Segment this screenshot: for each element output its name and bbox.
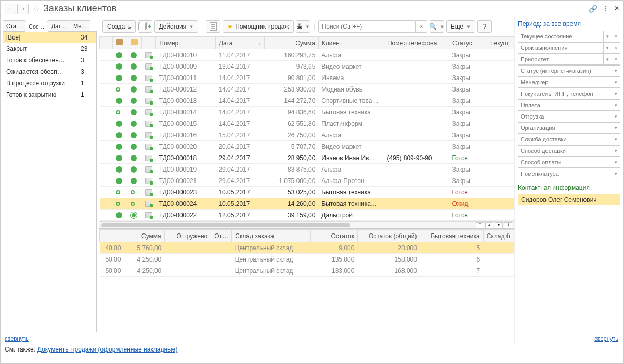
- column-header[interactable]: Сумма: [264, 37, 318, 49]
- status-row[interactable]: Закрыт23: [3, 43, 96, 55]
- contact-person[interactable]: Сидоров Олег Семенович: [518, 194, 620, 205]
- filter-input[interactable]: [518, 54, 604, 65]
- sales-documents-link[interactable]: Документы продажи (оформленные накладные…: [37, 346, 178, 353]
- scroll-up-button[interactable]: ▲: [485, 222, 493, 228]
- filter-dropdown-button[interactable]: ▾: [612, 65, 620, 76]
- table-row[interactable]: ТД00-00002410.05.201714 260,00Бытовая те…: [100, 198, 514, 210]
- filter-input[interactable]: [518, 42, 604, 54]
- filter-input[interactable]: [518, 76, 612, 88]
- filter-input[interactable]: [518, 145, 612, 157]
- column-header[interactable]: Склад б: [483, 230, 514, 242]
- table-row[interactable]: ТД00-00001514.04.201762 551,80Пластинфор…: [100, 118, 514, 129]
- column-header[interactable]: Статус: [449, 37, 487, 49]
- scroll-top-button[interactable]: ⤒: [476, 222, 484, 228]
- left-tab[interactable]: Сос…: [25, 21, 48, 32]
- collapse-left-link[interactable]: свернуть: [3, 332, 97, 345]
- table-row[interactable]: ТД00-00001615.04.201726 750,00АльфаЗакры: [100, 129, 514, 141]
- table-row[interactable]: ТД00-00002020.04.20175 707,70Видео марке…: [100, 141, 514, 152]
- left-tab[interactable]: Ста…: [3, 20, 25, 31]
- period-link[interactable]: Период: за все время: [518, 20, 620, 28]
- column-header[interactable]: Сумма: [124, 230, 164, 242]
- search-clear-button[interactable]: ×: [416, 20, 427, 33]
- filter-dropdown-button[interactable]: ▾: [612, 168, 620, 179]
- column-header[interactable]: Остаток (общий): [357, 230, 420, 242]
- left-tab[interactable]: Дат…: [48, 20, 70, 31]
- table-row[interactable]: 40,005 760,00Центральный склад9,00028,00…: [100, 242, 514, 254]
- filter-dropdown-button[interactable]: ▾: [612, 76, 620, 88]
- filter-dropdown-button[interactable]: ▾: [604, 54, 612, 65]
- filter-dropdown-button[interactable]: ▾: [612, 111, 620, 122]
- table-row[interactable]: ТД00-00001929.04.201783 875,00АльфаЗакры: [100, 164, 514, 175]
- column-header[interactable]: Бытовая техника: [420, 230, 483, 242]
- filter-input[interactable]: [518, 31, 604, 42]
- column-header[interactable]: [127, 37, 142, 49]
- filter-dropdown-button[interactable]: ▾: [612, 99, 620, 111]
- column-header[interactable]: Остаток: [311, 230, 358, 242]
- filter-input[interactable]: [518, 122, 612, 134]
- table-row[interactable]: 50,004 250,00Центральный склад135,000158…: [100, 254, 514, 265]
- search-input[interactable]: [318, 20, 416, 33]
- filter-dropdown-button[interactable]: ▾: [612, 88, 620, 99]
- table-row[interactable]: ТД00-00001829.04.201728 950,00Иванов Ива…: [100, 152, 514, 164]
- left-tab[interactable]: Ме…: [70, 20, 90, 31]
- filter-clear-button[interactable]: ×: [612, 42, 620, 54]
- status-row[interactable]: Готов к закрытию1: [3, 89, 96, 100]
- filter-dropdown-button[interactable]: ▾: [604, 42, 612, 54]
- filter-input[interactable]: [518, 65, 612, 76]
- column-header[interactable]: [113, 37, 127, 49]
- table-row[interactable]: ТД00-00002310.05.201753 025,00Бытовая те…: [100, 187, 514, 198]
- collapse-right-link[interactable]: свернуть: [518, 332, 620, 345]
- scroll-down-button[interactable]: ▼: [495, 222, 503, 228]
- close-icon[interactable]: ✕: [614, 5, 619, 13]
- table-row[interactable]: 50,004 250,00Центральный склад133,000168…: [100, 265, 514, 277]
- table-row[interactable]: ТД00-00002212.05.201739 159,00ДальстройГ…: [100, 210, 514, 221]
- filter-dropdown-button[interactable]: ▾: [612, 122, 620, 134]
- column-header[interactable]: Номер телефона: [384, 37, 449, 49]
- link-icon[interactable]: 🔗: [589, 5, 597, 13]
- filter-dropdown-button[interactable]: ▾: [612, 134, 620, 145]
- column-header[interactable]: [100, 230, 124, 242]
- sales-assistant-button[interactable]: ★Помощник продаж: [223, 20, 293, 33]
- scroll-bottom-button[interactable]: ⤓: [504, 222, 512, 228]
- table-row[interactable]: ТД00-00001114.04.201790 801,00ИнвемаЗакр…: [100, 72, 514, 84]
- status-row[interactable]: В процессе отгрузки1: [3, 77, 96, 89]
- status-row[interactable]: [Все]34: [3, 32, 96, 43]
- filter-input[interactable]: [518, 88, 612, 99]
- column-header[interactable]: Склад заказа: [232, 230, 311, 242]
- table-row[interactable]: ТД00-00002129.04.20171 075 000,00Альфа-П…: [100, 175, 514, 187]
- print-button[interactable]: 🖶▼: [296, 20, 310, 33]
- filter-input[interactable]: [518, 111, 612, 122]
- status-row[interactable]: Ожидается обесп…3: [3, 66, 96, 77]
- h-scrollbar[interactable]: [101, 223, 350, 227]
- copy-button[interactable]: +: [138, 20, 152, 33]
- status-row[interactable]: Готов к обеспечен…3: [3, 55, 96, 66]
- column-header[interactable]: Отгружено: [164, 230, 211, 242]
- filter-input[interactable]: [518, 168, 612, 179]
- filter-clear-button[interactable]: ×: [612, 54, 620, 65]
- filter-input[interactable]: [518, 157, 612, 168]
- filter-dropdown-button[interactable]: ▾: [612, 145, 620, 157]
- nav-back-button[interactable]: ←: [5, 4, 16, 14]
- column-header[interactable]: Дата ↓: [215, 37, 264, 49]
- help-button[interactable]: ?: [477, 20, 492, 33]
- menu-dots-icon[interactable]: ⋮: [603, 5, 609, 13]
- table-row[interactable]: ТД00-00001214.04.2017253 930,08Модная об…: [100, 84, 514, 95]
- filter-input[interactable]: [518, 99, 612, 111]
- filter-dropdown-button[interactable]: ▾: [612, 157, 620, 168]
- column-header[interactable]: Клиент: [318, 37, 384, 49]
- column-header[interactable]: [142, 37, 156, 49]
- filter-input[interactable]: [518, 134, 612, 145]
- filter-dropdown-button[interactable]: ▾: [604, 31, 612, 42]
- list-view-button[interactable]: [206, 20, 220, 33]
- filter-clear-button[interactable]: ×: [612, 31, 620, 42]
- table-row[interactable]: ТД00-00000913.04.2017973,65Видео маркетЗ…: [100, 61, 514, 72]
- favorite-star-icon[interactable]: ☆: [33, 4, 40, 14]
- column-header[interactable]: Текущ: [487, 37, 514, 49]
- search-button[interactable]: 🔍▼: [430, 20, 444, 33]
- column-header[interactable]: Номер: [156, 37, 216, 49]
- table-row[interactable]: ТД00-00001011.04.2017160 293,75АльфаЗакр…: [100, 49, 514, 61]
- nav-forward-button[interactable]: →: [17, 4, 29, 14]
- column-header[interactable]: [100, 37, 113, 49]
- table-row[interactable]: ТД00-00001314.04.2017144 272,70Спортивны…: [100, 95, 514, 107]
- more-button[interactable]: Еще▼: [446, 20, 475, 33]
